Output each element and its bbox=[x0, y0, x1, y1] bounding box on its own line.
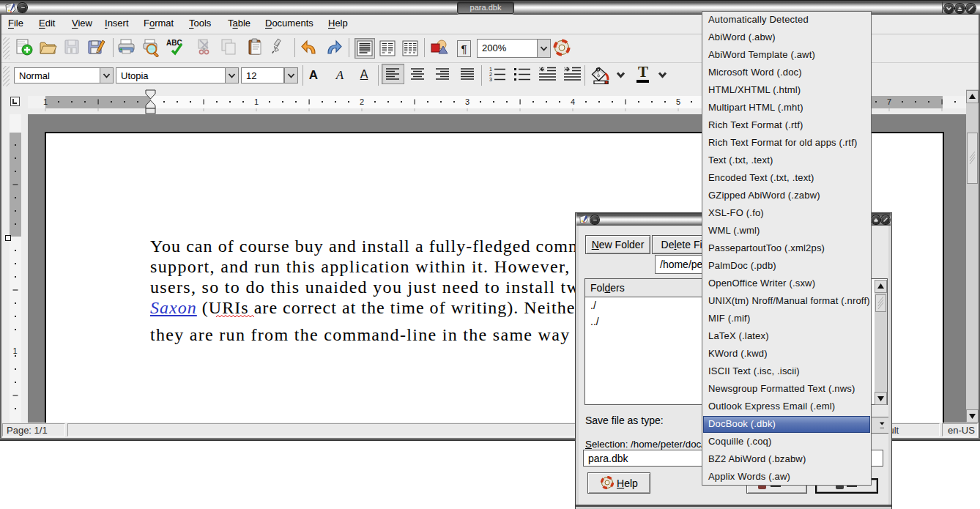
svg-text:1: 1 bbox=[43, 97, 48, 106]
svg-text:2: 2 bbox=[489, 72, 492, 77]
svg-text:4: 4 bbox=[571, 97, 575, 106]
svg-text:5: 5 bbox=[676, 97, 680, 106]
svg-text:2: 2 bbox=[360, 97, 364, 106]
svg-text:3: 3 bbox=[489, 77, 492, 82]
svg-text:7: 7 bbox=[887, 97, 891, 106]
svg-text:1: 1 bbox=[254, 97, 259, 106]
svg-text:1: 1 bbox=[489, 67, 492, 72]
svg-text:1: 1 bbox=[13, 346, 18, 355]
svg-text:3: 3 bbox=[465, 97, 469, 106]
